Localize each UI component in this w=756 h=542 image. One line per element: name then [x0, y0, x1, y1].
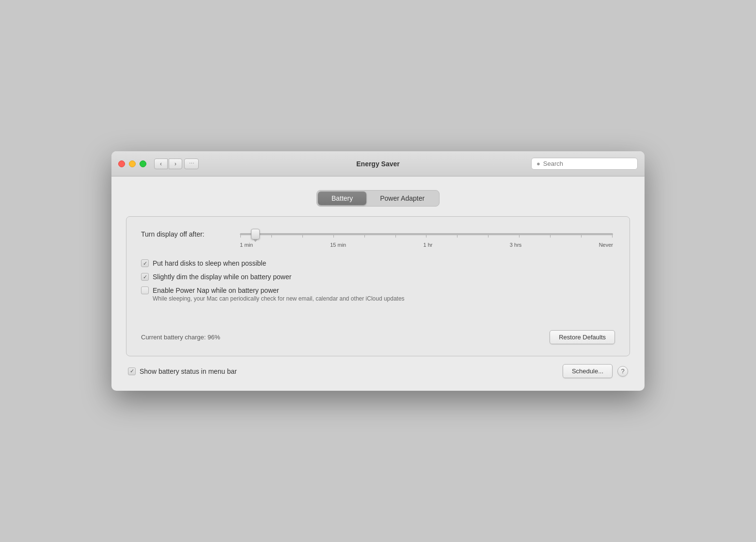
slider-thumb[interactable]	[251, 229, 260, 239]
footer-row: ✓ Show battery status in menu bar Schedu…	[126, 364, 630, 378]
tick-13	[612, 235, 613, 238]
tick-9	[488, 235, 488, 238]
checkbox-row-power-nap: Enable Power Nap while on battery power …	[141, 287, 615, 304]
tick-4	[333, 235, 334, 238]
restore-defaults-button[interactable]: Restore Defaults	[550, 330, 615, 344]
battery-charge-label: Current battery charge: 96%	[141, 334, 220, 341]
checkbox-row-hard-disks: ✓ Put hard disks to sleep when possible	[141, 259, 615, 267]
grid-icon: ⋯	[189, 160, 194, 167]
tick-10	[519, 235, 520, 238]
show-battery-checkbox-wrap[interactable]: ✓ Show battery status in menu bar	[128, 367, 237, 375]
search-input[interactable]	[543, 160, 632, 167]
checkbox-row-dim-display: ✓ Slightly dim the display while on batt…	[141, 273, 615, 281]
search-box[interactable]: ●	[531, 158, 638, 170]
checkbox-power-nap-sublabel: While sleeping, your Mac can periodicall…	[153, 295, 405, 302]
back-button[interactable]: ‹	[154, 159, 168, 169]
checkbox-power-nap-box[interactable]	[141, 287, 149, 294]
slider-wrapper	[238, 233, 615, 235]
close-button[interactable]	[118, 160, 125, 167]
slider-label-3hrs: 3 hrs	[510, 242, 521, 248]
show-battery-checkbox[interactable]: ✓	[128, 367, 136, 375]
panel: Turn display off after:	[126, 216, 630, 356]
footer-right: Schedule... ?	[563, 364, 628, 378]
tick-7	[426, 235, 426, 238]
checkbox-dim-display-box[interactable]: ✓	[141, 273, 149, 281]
slider-labels-row: 1 min 15 min 1 hr 3 hrs Never	[238, 242, 615, 248]
slider-label-1hr: 1 hr	[424, 242, 433, 248]
tab-power-adapter[interactable]: Power Adapter	[366, 191, 438, 205]
tick-5	[364, 235, 365, 238]
checkbox-dim-display-label: Slightly dim the display while on batter…	[153, 273, 291, 281]
help-button[interactable]: ?	[617, 366, 628, 377]
checkbox-power-nap-label: Enable Power Nap while on battery power	[153, 287, 279, 294]
tick-3	[302, 235, 303, 238]
tabs: Battery Power Adapter	[316, 190, 440, 207]
show-battery-label: Show battery status in menu bar	[140, 367, 237, 375]
nav-buttons: ‹ ›	[154, 159, 182, 169]
minimize-button[interactable]	[129, 160, 136, 167]
tick-6	[395, 235, 396, 238]
window-title: Energy Saver	[356, 160, 400, 168]
fullscreen-button[interactable]	[140, 160, 146, 167]
checkbox-hard-disks-box[interactable]: ✓	[141, 259, 149, 267]
forward-button[interactable]: ›	[169, 159, 182, 169]
slider-label-never: Never	[599, 242, 613, 248]
tick-8	[457, 235, 457, 238]
slider-tick-marks	[240, 235, 613, 238]
slider-labels: 1 min 15 min 1 hr 3 hrs Never	[240, 242, 613, 248]
tick-11	[550, 235, 551, 238]
panel-bottom: Current battery charge: 96% Restore Defa…	[141, 323, 615, 344]
main-content: Battery Power Adapter Turn display off a…	[111, 176, 645, 391]
slider-label: Turn display off after:	[141, 230, 228, 238]
tick-12	[581, 235, 582, 238]
window: ‹ › ⋯ Energy Saver ● Battery Power Adapt…	[111, 151, 645, 391]
checkbox-power-nap[interactable]: Enable Power Nap while on battery power	[141, 287, 279, 294]
grid-button[interactable]: ⋯	[184, 159, 199, 169]
slider-label-1min: 1 min	[240, 242, 253, 248]
search-icon: ●	[536, 160, 540, 167]
schedule-button[interactable]: Schedule...	[563, 364, 613, 378]
slider-row: Turn display off after:	[141, 230, 615, 238]
titlebar: ‹ › ⋯ Energy Saver ●	[111, 151, 645, 176]
tick-1	[240, 235, 241, 238]
traffic-lights	[118, 160, 146, 167]
tab-battery[interactable]: Battery	[318, 191, 366, 205]
tick-2	[271, 235, 272, 238]
checkbox-hard-disks-label: Put hard disks to sleep when possible	[153, 259, 266, 267]
checkbox-dim-display[interactable]: ✓ Slightly dim the display while on batt…	[141, 273, 291, 281]
slider-track[interactable]	[240, 233, 613, 235]
tabs-container: Battery Power Adapter	[126, 190, 630, 207]
slider-label-15min: 15 min	[330, 242, 346, 248]
checkbox-hard-disks[interactable]: ✓ Put hard disks to sleep when possible	[141, 259, 266, 267]
